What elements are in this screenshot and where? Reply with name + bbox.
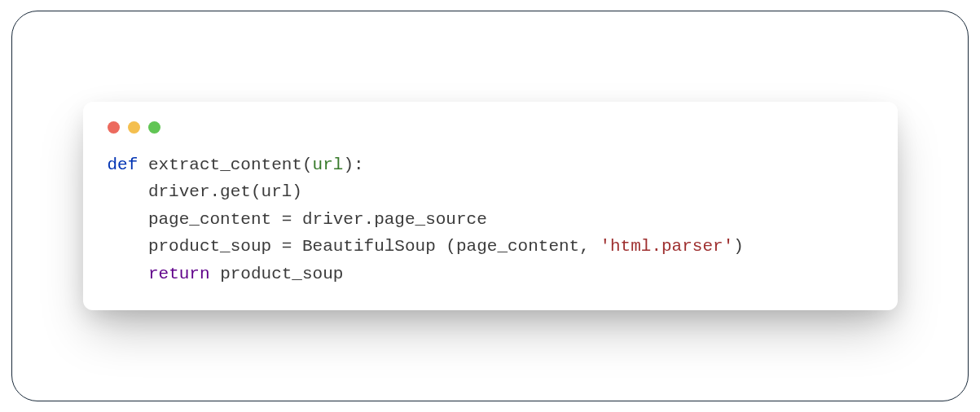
code-line: page_content = driver.page_source <box>108 210 487 229</box>
return-value: product_soup <box>210 265 344 283</box>
code-line: driver.get(url) <box>108 182 302 201</box>
code-window: def extract_content(url): driver.get(url… <box>83 102 898 311</box>
close-icon <box>108 121 120 134</box>
minimize-icon <box>128 121 140 134</box>
code-block: def extract_content(url): driver.get(url… <box>108 151 873 288</box>
string-literal: 'html.parser' <box>600 237 733 256</box>
code-line: ) <box>733 237 744 256</box>
code-line: product_soup = BeautifulSoup (page_conte… <box>108 237 600 256</box>
parameter: url <box>313 156 344 174</box>
outer-frame: def extract_content(url): driver.get(url… <box>11 11 969 401</box>
traffic-lights <box>108 121 873 134</box>
keyword-return: return <box>148 265 210 283</box>
keyword-def: def <box>108 156 138 174</box>
function-name: extract_content <box>148 156 302 174</box>
maximize-icon <box>148 121 160 134</box>
